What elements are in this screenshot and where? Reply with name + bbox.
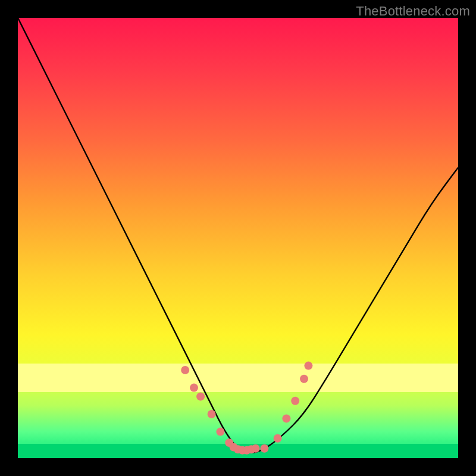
chart-scatter-dot xyxy=(196,392,205,400)
chart-scatter-dot xyxy=(252,444,260,453)
chart-scatter-dot xyxy=(260,444,268,453)
chart-scatter-dot xyxy=(304,362,312,370)
chart-curve-line xyxy=(18,18,458,453)
chart-svg-layer xyxy=(18,18,458,458)
chart-scatter-dot xyxy=(181,366,189,374)
chart-scatter-dot xyxy=(282,414,290,422)
chart-plot-area xyxy=(18,18,458,458)
chart-scatter-dot xyxy=(300,375,308,383)
chart-scatter-dots xyxy=(181,362,312,455)
chart-scatter-dot xyxy=(291,397,299,405)
chart-scatter-dot xyxy=(208,410,216,418)
chart-scatter-dot xyxy=(216,428,224,436)
watermark-text: TheBottleneck.com xyxy=(356,4,470,19)
chart-scatter-dot xyxy=(274,434,282,443)
chart-scatter-dot xyxy=(190,384,198,392)
